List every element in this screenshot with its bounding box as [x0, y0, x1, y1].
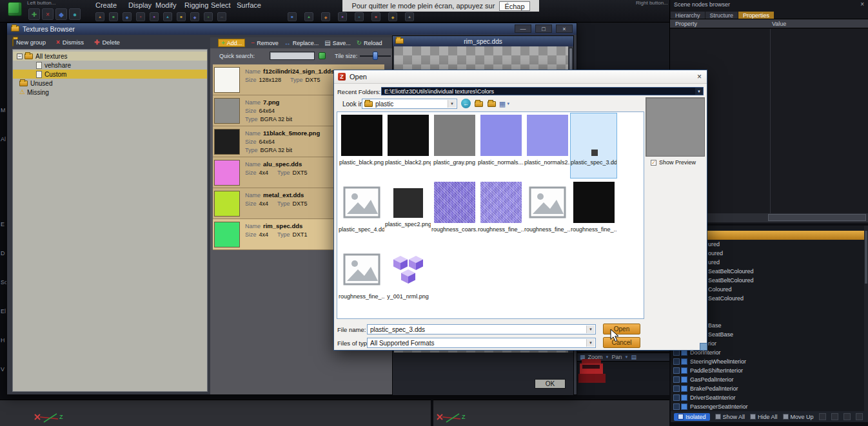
chevron-down-icon[interactable]: ▼ [625, 355, 629, 359]
toolbar-icon[interactable]: ▲ [304, 12, 313, 21]
toolbar-icon[interactable]: ■ [109, 12, 118, 21]
chevron-down-icon[interactable]: ▼ [586, 339, 595, 347]
save-button[interactable]: ▤Save... [324, 40, 350, 46]
chevron-down-icon[interactable]: ▼ [695, 88, 703, 95]
toolbar-icon[interactable]: ◆ [190, 12, 199, 21]
chevron-down-icon[interactable]: ▼ [586, 325, 595, 333]
file-item-plastic_gray.png[interactable]: plastic_gray.png [431, 113, 477, 178]
add-button[interactable]: +Add... [218, 39, 245, 47]
minimize-button[interactable]: — [515, 24, 531, 33]
new-group-button[interactable]: New group [12, 39, 46, 46]
node-row[interactable]: SteeringWheelInterior [671, 357, 864, 366]
new-folder-button[interactable] [486, 99, 497, 109]
delete-button[interactable]: ✚Delete [94, 39, 120, 46]
menu-modify[interactable]: Modify [155, 1, 176, 9]
dialog-titlebar[interactable]: Z Open × [334, 70, 707, 84]
toolbar-icon[interactable]: ● [338, 12, 347, 21]
node-row[interactable]: PassengerSeatInterior [671, 402, 864, 411]
node-list-scrollbar[interactable] [864, 226, 868, 411]
chevron-down-icon[interactable]: ▼ [448, 100, 456, 108]
toolbar-icon[interactable]: ◆ [55, 8, 67, 20]
file-item-roughness_fine_[interactable]: roughness_fine_... [478, 180, 524, 245]
node-row[interactable]: GasPedalInterior [671, 375, 864, 384]
up-folder-button[interactable] [473, 99, 484, 109]
toolbar-icon[interactable]: ◆ [123, 12, 132, 21]
reload-button[interactable]: ↻Reload [357, 40, 382, 46]
tree-item-missing[interactable]: ⚠Missing [13, 88, 207, 97]
checkbox-checked-icon[interactable]: ✓ [651, 160, 656, 166]
toolbar-icon[interactable]: × [42, 8, 54, 20]
toolbar-icon[interactable]: ■ [371, 12, 380, 21]
look-in-dropdown[interactable]: plastic ▼ [362, 99, 457, 109]
back-button[interactable]: ← [461, 99, 471, 108]
toolbar-icon[interactable]: ◆ [321, 12, 330, 21]
side-panel-tab[interactable]: H [1, 337, 5, 344]
tree-item-custom[interactable]: Custom [13, 70, 207, 79]
node-state-icon[interactable] [673, 403, 680, 410]
bar-icon[interactable] [856, 413, 863, 420]
toolbar-icon[interactable]: ▲ [163, 12, 172, 21]
file-item-roughness_fine_[interactable]: roughness_fine_... [524, 180, 570, 245]
show-preview-option[interactable]: ✓ Show Preview [651, 159, 696, 166]
file-name-input[interactable]: plastic_spec_3.dds ▼ [367, 324, 596, 334]
bar-icon[interactable] [831, 413, 838, 420]
ok-button[interactable]: OK [535, 379, 566, 389]
file-item-y_001_nrml.png[interactable]: y_001_nrml.png [385, 247, 431, 312]
viewer-titlebar[interactable]: rim_spec.dds [393, 36, 573, 46]
file-item-plastic_normals[interactable]: plastic_normals.... [478, 113, 524, 178]
bar-icon[interactable] [819, 413, 826, 420]
menu-rigging[interactable]: Rigging [184, 1, 208, 9]
maximize-button[interactable]: □ [535, 24, 552, 33]
textures-browser-titlebar[interactable]: Textures Browser — □ × [7, 23, 577, 35]
file-item-roughness_coars[interactable]: roughness_coars... [431, 180, 477, 245]
menu-display[interactable]: Display [128, 1, 152, 9]
fit-view-icon[interactable]: ▤ [631, 354, 636, 360]
file-item-plastic_spec_4.dds[interactable]: plastic_spec_4.dds [339, 180, 384, 245]
move-up-button[interactable]: Move Up [783, 414, 814, 420]
file-item-plastic_black2.png[interactable]: plastic_black2.png [385, 113, 431, 178]
toolbar-icon[interactable]: ■ [288, 12, 297, 21]
file-item-plastic_spec_3.dds[interactable]: plastic_spec_3.dds [571, 113, 616, 178]
chevron-down-icon[interactable]: ▼ [606, 355, 609, 359]
toolbar-icon[interactable]: ▲ [95, 12, 104, 21]
toolbar-icon[interactable]: ▲ [405, 12, 414, 21]
menu-surface[interactable]: Surface [237, 1, 261, 9]
close-button[interactable]: × [556, 24, 573, 33]
toolbar-icon[interactable]: ✚ [28, 8, 40, 20]
search-go-icon[interactable] [319, 52, 326, 59]
close-icon[interactable]: × [697, 72, 702, 81]
toolbar-icon[interactable]: ↔ [217, 12, 226, 21]
side-panel-tab[interactable]: El [1, 308, 6, 315]
tree-item-all-textures[interactable]: −All textures [13, 52, 207, 61]
node-state-icon[interactable] [673, 385, 680, 392]
scrollbar-thumb[interactable] [865, 231, 867, 284]
escape-key-button[interactable]: Échap [499, 1, 529, 11]
toolbar-icon[interactable]: ● [150, 12, 159, 21]
file-item-roughness_fine_[interactable]: roughness_fine_... [571, 180, 616, 245]
side-panel-tab[interactable]: Al [1, 136, 6, 142]
toolbar-icon[interactable]: × [136, 12, 145, 21]
file-item-plastic_normals2[interactable]: plastic_normals2... [524, 113, 570, 178]
toolbar-icon[interactable]: ● [69, 8, 81, 20]
side-panel-tab[interactable]: M [1, 107, 6, 113]
resize-grip[interactable] [700, 343, 707, 351]
node-row[interactable]: PaddleShifterInterior [671, 366, 864, 375]
quick-search-input[interactable] [270, 52, 315, 60]
node-row[interactable]: BrakePedalInterior [671, 384, 864, 393]
remove-button[interactable]: −Remove [251, 40, 278, 46]
node-state-icon[interactable] [673, 376, 680, 383]
replace-button[interactable]: ↔Replace... [284, 40, 319, 46]
toolbar-icon[interactable]: + [355, 12, 364, 21]
open-button[interactable]: Open [603, 324, 640, 334]
close-icon[interactable]: × [860, 1, 864, 8]
isolated-button[interactable]: Isolated [674, 413, 710, 421]
menu-select[interactable]: Select [211, 1, 231, 9]
node-state-icon[interactable] [673, 367, 680, 374]
toolbar-icon[interactable]: ◆ [388, 12, 397, 21]
dismiss-button[interactable]: ×Dismiss [56, 39, 84, 46]
node-state-icon[interactable] [673, 394, 680, 401]
app-logo-icon[interactable] [8, 2, 22, 16]
file-item-plastic_spec2.png[interactable]: plastic_spec2.png [385, 180, 431, 245]
apply-button[interactable] [768, 214, 866, 221]
toolbar-icon[interactable]: ■ [177, 12, 186, 21]
